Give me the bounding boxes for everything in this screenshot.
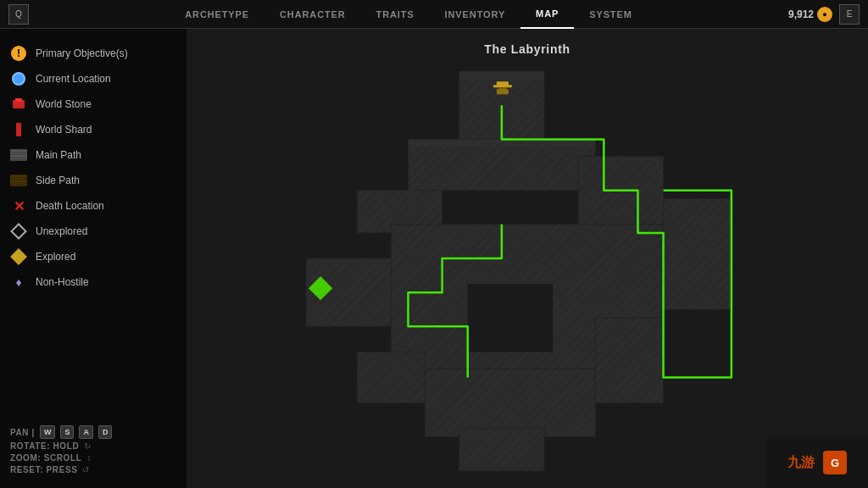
world-stone-icon [10, 96, 27, 113]
svg-rect-42 [493, 85, 512, 87]
currency-display: 9,912 ● [788, 7, 832, 22]
nav-traits[interactable]: TRAITS [361, 0, 430, 29]
nav-left: Q [8, 4, 29, 25]
legend-label-world-shard: World Shard [36, 124, 92, 136]
legend-current-location: Current Location [10, 68, 176, 90]
map-area[interactable]: The Labyrinth [186, 29, 868, 488]
nav-bar: Q ARCHETYPE CHARACTER TRAITS INVENTORY M… [0, 0, 868, 29]
control-zoom: ZOOM: SCROLL ↕ [10, 453, 176, 463]
legend-world-stone: World Stone [10, 93, 176, 115]
legend-label-side-path: Side Path [36, 175, 80, 186]
svg-rect-32 [426, 369, 596, 436]
currency-value: 9,912 [788, 8, 814, 20]
svg-rect-19 [408, 139, 595, 190]
nav-system[interactable]: SYSTEM [574, 0, 648, 29]
svg-rect-30 [664, 199, 732, 309]
legend-label-world-stone: World Stone [36, 98, 92, 110]
unexplored-icon [10, 223, 27, 240]
world-shard-icon [10, 121, 27, 138]
control-rotate: ROTATE: HOLD ↻ [10, 441, 176, 451]
legend-world-shard: World Shard [10, 119, 176, 141]
legend-unexplored: Unexplored [10, 220, 176, 242]
death-icon: ✕ [10, 197, 27, 214]
svg-rect-39 [459, 71, 544, 80]
non-hostile-icon: ♦ [10, 274, 27, 291]
currency-icon: ● [817, 7, 832, 22]
explored-icon [10, 248, 27, 265]
watermark: 九游 G [766, 437, 868, 488]
legend-label-primary: Primary Objective(s) [36, 47, 128, 59]
location-icon [10, 70, 27, 87]
legend-main-path: Main Path [10, 144, 176, 166]
svg-rect-2 [16, 123, 21, 136]
legend-primary-objective: ! Primary Objective(s) [10, 42, 176, 64]
legend-label-non-hostile: Non-Hostile [36, 276, 89, 288]
nav-e-button[interactable]: E [839, 4, 860, 25]
controls-panel: PAN | W S A D ROTATE: HOLD ↻ ZOOM: SCROL… [10, 425, 176, 474]
exclaim-icon: ! [10, 45, 27, 62]
svg-rect-36 [357, 352, 425, 402]
map-svg-container [186, 29, 868, 488]
legend-death-location: ✕ Death Location [10, 195, 176, 217]
svg-rect-38 [595, 318, 663, 402]
nav-q-button[interactable]: Q [8, 4, 29, 25]
nav-right: 9,912 ● E [788, 4, 860, 25]
map-title: The Labyrinth [484, 42, 570, 56]
control-pan: PAN | W S A D [10, 425, 176, 439]
svg-rect-1 [15, 98, 22, 102]
nav-items: ARCHETYPE CHARACTER TRAITS INVENTORY MAP… [170, 0, 647, 29]
nav-archetype[interactable]: ARCHETYPE [170, 0, 264, 29]
legend-label-death: Death Location [36, 200, 104, 212]
svg-rect-26 [468, 284, 553, 352]
side-path-icon [10, 172, 27, 189]
legend-non-hostile: ♦ Non-Hostile [10, 271, 176, 293]
legend-explored: Explored [10, 246, 176, 268]
svg-rect-44 [497, 89, 509, 94]
legend-side-path: Side Path [10, 169, 176, 191]
legend-panel: ! Primary Objective(s) Current Location … [0, 29, 186, 488]
legend-label-explored: Explored [36, 251, 75, 263]
main-content: ! Primary Objective(s) Current Location … [0, 29, 868, 488]
legend-label-unexplored: Unexplored [36, 225, 87, 237]
nav-map[interactable]: MAP [520, 0, 574, 29]
main-path-icon [10, 147, 27, 164]
svg-rect-34 [459, 429, 544, 471]
legend-label-main-path: Main Path [36, 149, 81, 161]
legend-label-current-location: Current Location [36, 73, 111, 85]
nav-inventory[interactable]: INVENTORY [430, 0, 521, 29]
control-reset: RESET: PRESS ↺ [10, 465, 176, 474]
nav-character[interactable]: CHARACTER [264, 0, 361, 29]
